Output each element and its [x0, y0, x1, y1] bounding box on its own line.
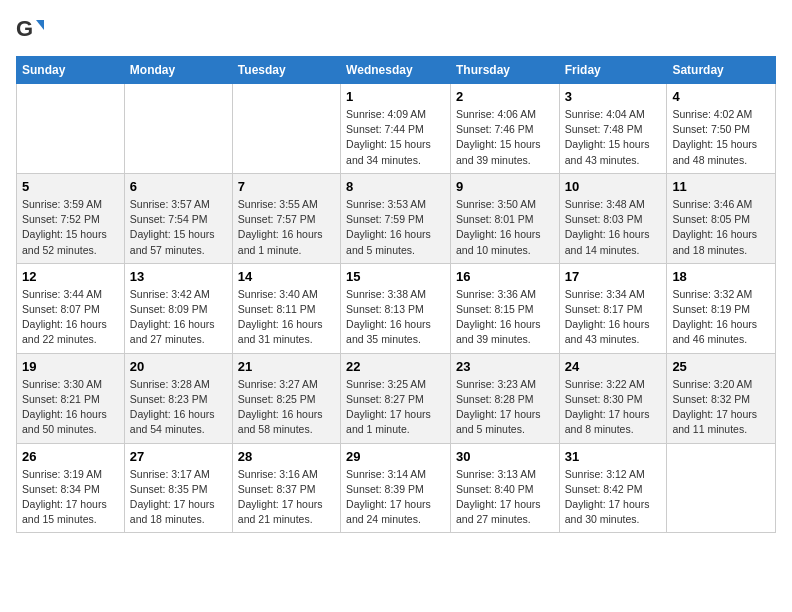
day-info: Sunrise: 3:53 AM Sunset: 7:59 PM Dayligh…: [346, 197, 445, 258]
day-number: 30: [456, 449, 554, 464]
calendar-cell: 1Sunrise: 4:09 AM Sunset: 7:44 PM Daylig…: [341, 84, 451, 174]
day-info: Sunrise: 3:55 AM Sunset: 7:57 PM Dayligh…: [238, 197, 335, 258]
day-info: Sunrise: 3:57 AM Sunset: 7:54 PM Dayligh…: [130, 197, 227, 258]
calendar-cell: 3Sunrise: 4:04 AM Sunset: 7:48 PM Daylig…: [559, 84, 667, 174]
day-info: Sunrise: 3:17 AM Sunset: 8:35 PM Dayligh…: [130, 467, 227, 528]
calendar-cell: 13Sunrise: 3:42 AM Sunset: 8:09 PM Dayli…: [124, 263, 232, 353]
day-info: Sunrise: 3:38 AM Sunset: 8:13 PM Dayligh…: [346, 287, 445, 348]
day-number: 11: [672, 179, 770, 194]
day-info: Sunrise: 3:20 AM Sunset: 8:32 PM Dayligh…: [672, 377, 770, 438]
day-number: 16: [456, 269, 554, 284]
page-header: G: [16, 16, 776, 44]
calendar-header-wednesday: Wednesday: [341, 57, 451, 84]
day-number: 15: [346, 269, 445, 284]
calendar-cell: 4Sunrise: 4:02 AM Sunset: 7:50 PM Daylig…: [667, 84, 776, 174]
day-number: 23: [456, 359, 554, 374]
calendar-cell: [667, 443, 776, 533]
day-number: 3: [565, 89, 662, 104]
calendar-cell: 12Sunrise: 3:44 AM Sunset: 8:07 PM Dayli…: [17, 263, 125, 353]
day-number: 2: [456, 89, 554, 104]
calendar-cell: [232, 84, 340, 174]
calendar-week-row: 19Sunrise: 3:30 AM Sunset: 8:21 PM Dayli…: [17, 353, 776, 443]
calendar-header-monday: Monday: [124, 57, 232, 84]
calendar-header-sunday: Sunday: [17, 57, 125, 84]
svg-marker-1: [36, 20, 44, 30]
calendar-cell: 14Sunrise: 3:40 AM Sunset: 8:11 PM Dayli…: [232, 263, 340, 353]
calendar-cell: 29Sunrise: 3:14 AM Sunset: 8:39 PM Dayli…: [341, 443, 451, 533]
calendar-cell: 18Sunrise: 3:32 AM Sunset: 8:19 PM Dayli…: [667, 263, 776, 353]
day-info: Sunrise: 3:27 AM Sunset: 8:25 PM Dayligh…: [238, 377, 335, 438]
day-number: 31: [565, 449, 662, 464]
calendar-week-row: 1Sunrise: 4:09 AM Sunset: 7:44 PM Daylig…: [17, 84, 776, 174]
calendar-cell: [17, 84, 125, 174]
day-info: Sunrise: 3:42 AM Sunset: 8:09 PM Dayligh…: [130, 287, 227, 348]
day-number: 1: [346, 89, 445, 104]
day-info: Sunrise: 3:40 AM Sunset: 8:11 PM Dayligh…: [238, 287, 335, 348]
calendar-cell: 22Sunrise: 3:25 AM Sunset: 8:27 PM Dayli…: [341, 353, 451, 443]
day-info: Sunrise: 3:50 AM Sunset: 8:01 PM Dayligh…: [456, 197, 554, 258]
day-info: Sunrise: 4:04 AM Sunset: 7:48 PM Dayligh…: [565, 107, 662, 168]
calendar-header-friday: Friday: [559, 57, 667, 84]
calendar-cell: 5Sunrise: 3:59 AM Sunset: 7:52 PM Daylig…: [17, 173, 125, 263]
day-info: Sunrise: 3:25 AM Sunset: 8:27 PM Dayligh…: [346, 377, 445, 438]
logo-icon: G: [16, 16, 44, 44]
calendar-cell: 26Sunrise: 3:19 AM Sunset: 8:34 PM Dayli…: [17, 443, 125, 533]
calendar-cell: 11Sunrise: 3:46 AM Sunset: 8:05 PM Dayli…: [667, 173, 776, 263]
day-number: 18: [672, 269, 770, 284]
day-number: 7: [238, 179, 335, 194]
calendar-cell: 27Sunrise: 3:17 AM Sunset: 8:35 PM Dayli…: [124, 443, 232, 533]
day-info: Sunrise: 3:30 AM Sunset: 8:21 PM Dayligh…: [22, 377, 119, 438]
day-info: Sunrise: 3:34 AM Sunset: 8:17 PM Dayligh…: [565, 287, 662, 348]
calendar-cell: 6Sunrise: 3:57 AM Sunset: 7:54 PM Daylig…: [124, 173, 232, 263]
calendar-cell: [124, 84, 232, 174]
day-info: Sunrise: 3:14 AM Sunset: 8:39 PM Dayligh…: [346, 467, 445, 528]
calendar-cell: 25Sunrise: 3:20 AM Sunset: 8:32 PM Dayli…: [667, 353, 776, 443]
day-number: 6: [130, 179, 227, 194]
calendar-week-row: 12Sunrise: 3:44 AM Sunset: 8:07 PM Dayli…: [17, 263, 776, 353]
day-info: Sunrise: 3:19 AM Sunset: 8:34 PM Dayligh…: [22, 467, 119, 528]
calendar-cell: 15Sunrise: 3:38 AM Sunset: 8:13 PM Dayli…: [341, 263, 451, 353]
day-number: 28: [238, 449, 335, 464]
day-number: 4: [672, 89, 770, 104]
calendar-cell: 16Sunrise: 3:36 AM Sunset: 8:15 PM Dayli…: [450, 263, 559, 353]
calendar-header-row: SundayMondayTuesdayWednesdayThursdayFrid…: [17, 57, 776, 84]
day-number: 14: [238, 269, 335, 284]
day-number: 24: [565, 359, 662, 374]
day-info: Sunrise: 3:23 AM Sunset: 8:28 PM Dayligh…: [456, 377, 554, 438]
calendar-cell: 31Sunrise: 3:12 AM Sunset: 8:42 PM Dayli…: [559, 443, 667, 533]
calendar-cell: 21Sunrise: 3:27 AM Sunset: 8:25 PM Dayli…: [232, 353, 340, 443]
svg-text:G: G: [16, 16, 33, 41]
day-info: Sunrise: 3:48 AM Sunset: 8:03 PM Dayligh…: [565, 197, 662, 258]
calendar-cell: 10Sunrise: 3:48 AM Sunset: 8:03 PM Dayli…: [559, 173, 667, 263]
calendar-cell: 28Sunrise: 3:16 AM Sunset: 8:37 PM Dayli…: [232, 443, 340, 533]
calendar-cell: 23Sunrise: 3:23 AM Sunset: 8:28 PM Dayli…: [450, 353, 559, 443]
day-number: 12: [22, 269, 119, 284]
day-number: 9: [456, 179, 554, 194]
calendar-header-saturday: Saturday: [667, 57, 776, 84]
calendar-cell: 30Sunrise: 3:13 AM Sunset: 8:40 PM Dayli…: [450, 443, 559, 533]
day-info: Sunrise: 3:12 AM Sunset: 8:42 PM Dayligh…: [565, 467, 662, 528]
logo: G: [16, 16, 48, 44]
day-number: 26: [22, 449, 119, 464]
day-info: Sunrise: 3:59 AM Sunset: 7:52 PM Dayligh…: [22, 197, 119, 258]
day-number: 25: [672, 359, 770, 374]
calendar-header-thursday: Thursday: [450, 57, 559, 84]
calendar-table: SundayMondayTuesdayWednesdayThursdayFrid…: [16, 56, 776, 533]
calendar-week-row: 26Sunrise: 3:19 AM Sunset: 8:34 PM Dayli…: [17, 443, 776, 533]
calendar-cell: 9Sunrise: 3:50 AM Sunset: 8:01 PM Daylig…: [450, 173, 559, 263]
day-number: 21: [238, 359, 335, 374]
calendar-cell: 20Sunrise: 3:28 AM Sunset: 8:23 PM Dayli…: [124, 353, 232, 443]
calendar-cell: 17Sunrise: 3:34 AM Sunset: 8:17 PM Dayli…: [559, 263, 667, 353]
calendar-cell: 2Sunrise: 4:06 AM Sunset: 7:46 PM Daylig…: [450, 84, 559, 174]
day-number: 8: [346, 179, 445, 194]
day-number: 29: [346, 449, 445, 464]
calendar-cell: 19Sunrise: 3:30 AM Sunset: 8:21 PM Dayli…: [17, 353, 125, 443]
calendar-cell: 24Sunrise: 3:22 AM Sunset: 8:30 PM Dayli…: [559, 353, 667, 443]
day-info: Sunrise: 3:16 AM Sunset: 8:37 PM Dayligh…: [238, 467, 335, 528]
day-number: 22: [346, 359, 445, 374]
day-info: Sunrise: 3:13 AM Sunset: 8:40 PM Dayligh…: [456, 467, 554, 528]
day-number: 13: [130, 269, 227, 284]
day-info: Sunrise: 3:36 AM Sunset: 8:15 PM Dayligh…: [456, 287, 554, 348]
calendar-cell: 7Sunrise: 3:55 AM Sunset: 7:57 PM Daylig…: [232, 173, 340, 263]
day-number: 27: [130, 449, 227, 464]
